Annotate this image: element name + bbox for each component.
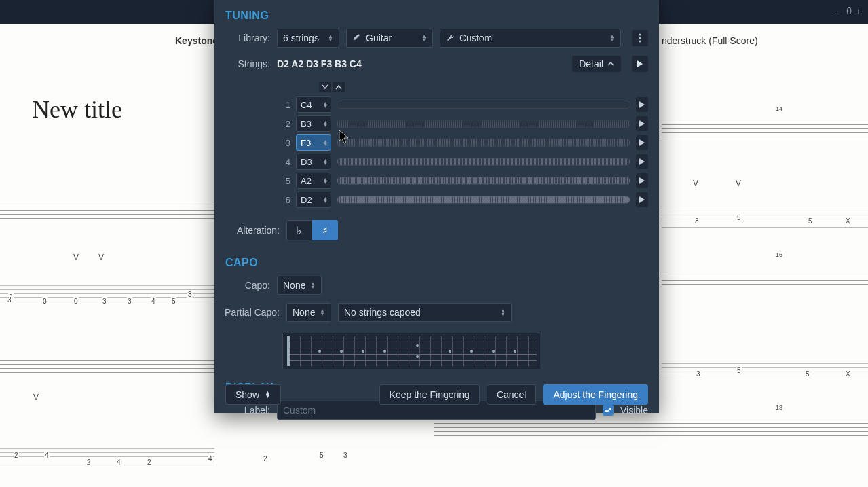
partial-capo-label: Partial Capo: xyxy=(214,307,280,318)
stroke-mark: V xyxy=(692,179,699,188)
updown-icon: ▲▼ xyxy=(323,120,328,127)
updown-icon: ▲▼ xyxy=(323,139,328,146)
updown-icon: ▲▼ xyxy=(609,35,615,41)
play-string-button[interactable] xyxy=(636,173,648,188)
alteration-row: Alteration: ♭ ♯ xyxy=(214,216,659,247)
topbar-stepper[interactable]: − 0 + xyxy=(833,5,865,16)
stroke-mark: V xyxy=(73,253,79,262)
string-note-value: C4 xyxy=(301,100,312,110)
string-note-combo[interactable]: D2▲▼ xyxy=(296,192,331,208)
stroke-mark: V xyxy=(735,179,742,188)
strings-count-value: 6 strings xyxy=(283,33,319,43)
tab-number: 2 xyxy=(14,452,19,459)
transpose-up-button[interactable] xyxy=(333,82,345,92)
play-icon xyxy=(639,101,645,108)
svg-point-1 xyxy=(639,37,641,39)
bar-number: 16 xyxy=(775,251,783,258)
wrench-icon xyxy=(446,33,455,43)
tab-number: 3 xyxy=(343,452,348,459)
cancel-button[interactable]: Cancel xyxy=(487,384,537,405)
library-row: Library: 6 strings ▲▼ Guitar ▲▼ Custom ▲… xyxy=(214,26,659,53)
tab-number: 2 xyxy=(86,458,92,466)
chevron-up-icon xyxy=(335,84,342,90)
play-string-button[interactable] xyxy=(636,154,648,169)
tab-number: 3 xyxy=(7,296,12,304)
sharp-button[interactable]: ♯ xyxy=(312,220,338,240)
play-string-button[interactable] xyxy=(636,192,648,207)
preset-combo[interactable]: Custom ▲▼ xyxy=(440,29,621,48)
string-gauge-track xyxy=(337,139,630,147)
play-icon xyxy=(639,196,645,203)
string-number: 5 xyxy=(282,176,290,186)
play-string-button[interactable] xyxy=(636,116,648,131)
tab-title-right: nderstruck (Full Score) xyxy=(662,35,758,46)
minus-icon[interactable]: − xyxy=(833,6,842,16)
tab-staff xyxy=(662,211,868,231)
string-note-value: A2 xyxy=(301,176,312,186)
show-button[interactable]: Show ▲▼ xyxy=(225,384,281,405)
play-string-button[interactable] xyxy=(636,135,648,150)
partial-capo-combo[interactable]: None ▲▼ xyxy=(286,303,331,322)
string-note-value: D3 xyxy=(301,157,312,167)
string-note-value: B3 xyxy=(301,119,312,129)
tab-number: 2 xyxy=(147,458,152,466)
chevron-up-icon xyxy=(607,60,614,67)
flat-button[interactable]: ♭ xyxy=(286,220,312,240)
string-row: 2B3▲▼ xyxy=(282,114,648,133)
string-number: 1 xyxy=(282,100,290,110)
library-label: Library: xyxy=(225,33,270,43)
detail-label: Detail xyxy=(579,58,603,69)
updown-icon: ▲▼ xyxy=(323,196,328,203)
plus-icon[interactable]: + xyxy=(856,6,865,16)
updown-icon: ▲▼ xyxy=(310,282,316,289)
stroke-mark: V xyxy=(33,393,39,402)
strings-label: Strings: xyxy=(225,58,270,69)
bar-number: 14 xyxy=(775,105,783,112)
transpose-down-button[interactable] xyxy=(319,82,331,92)
tab-title-left: Keystone xyxy=(175,35,218,46)
tab-number: 2 xyxy=(263,455,268,463)
instrument-combo[interactable]: Guitar ▲▼ xyxy=(346,29,433,48)
tab-number: 5 xyxy=(805,370,810,378)
capo-combo[interactable]: None ▲▼ xyxy=(277,276,322,295)
staff xyxy=(662,272,868,288)
play-icon xyxy=(639,120,645,127)
string-row: 5A2▲▼ xyxy=(282,171,648,190)
capo-row: Capo: None ▲▼ xyxy=(214,273,659,300)
partial-capo-value: None xyxy=(293,307,315,318)
tab-staff xyxy=(0,448,214,469)
string-note-value: F3 xyxy=(301,138,311,148)
preset-value: Custom xyxy=(459,33,492,43)
play-string-button[interactable] xyxy=(636,97,648,112)
staff xyxy=(434,423,868,439)
keep-fingering-button[interactable]: Keep the Fingering xyxy=(379,384,480,405)
string-note-combo[interactable]: F3▲▼ xyxy=(296,134,331,151)
tab-staff xyxy=(662,363,868,384)
tab-number: 3 xyxy=(127,297,132,305)
tab-number: 4 xyxy=(44,452,50,459)
string-number: 2 xyxy=(282,119,290,129)
adjust-fingering-button[interactable]: Adjust the Fingering xyxy=(543,384,648,405)
updown-icon: ▲▼ xyxy=(323,177,328,184)
staff xyxy=(0,360,214,376)
string-note-combo[interactable]: B3▲▼ xyxy=(296,115,331,132)
fretboard-diagram[interactable] xyxy=(282,333,540,369)
partial-capo-strings-combo[interactable]: No strings capoed ▲▼ xyxy=(338,303,512,322)
detail-toggle[interactable]: Detail xyxy=(572,56,621,72)
strings-summary: D2 A2 D3 F3 B3 C4 xyxy=(277,58,362,69)
string-note-combo[interactable]: A2▲▼ xyxy=(296,173,331,189)
play-icon xyxy=(639,177,645,184)
play-all-button[interactable] xyxy=(632,56,648,72)
string-note-combo[interactable]: D3▲▼ xyxy=(296,154,331,170)
string-gauge-track xyxy=(337,101,630,109)
tab-number: 5 xyxy=(808,217,813,225)
partial-capo-row: Partial Capo: None ▲▼ No strings capoed … xyxy=(214,300,659,327)
string-note-value: D2 xyxy=(301,195,312,205)
tab-number: 3 xyxy=(696,370,701,378)
menu-button[interactable] xyxy=(632,30,648,46)
strings-count-combo[interactable]: 6 strings ▲▼ xyxy=(277,29,339,48)
string-row: 4D3▲▼ xyxy=(282,152,648,171)
string-note-combo[interactable]: C4▲▼ xyxy=(296,96,331,113)
updown-icon: ▲▼ xyxy=(323,101,328,108)
stroke-mark: V xyxy=(98,253,105,262)
